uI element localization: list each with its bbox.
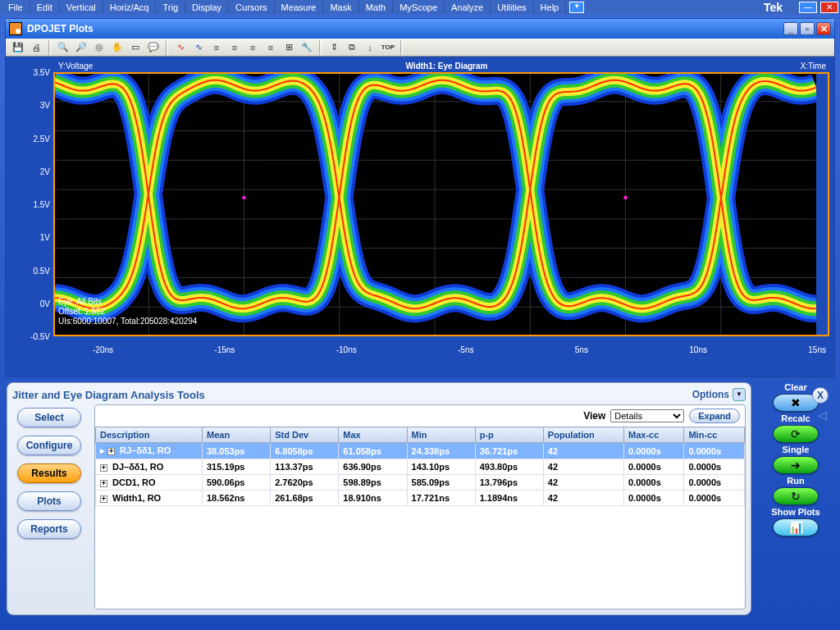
plot-toolbar[interactable]: 💾 🖨 🔍 🔎 ◎ ✋ ▭ 💬 ∿ ∿ ≡ ≡ ≡ ≡ ⊞ 🔧 ⇕ ⧉ ↓ TO… — [6, 39, 834, 57]
plot-overlay: Eye: All BitsOffset: 1.592UIs:6000:10007… — [58, 297, 197, 326]
cursor2-icon[interactable]: ⧉ — [344, 40, 360, 55]
close-button[interactable]: ✕ — [820, 2, 838, 13]
expand-button[interactable]: Expand — [689, 409, 740, 423]
menu-item-myscope[interactable]: MyScope — [393, 2, 445, 13]
wave-blue-icon[interactable]: ∿ — [190, 40, 207, 55]
plot-label: Width1: Eye Diagram — [406, 62, 488, 71]
view-label: View — [583, 410, 605, 422]
run-button[interactable]: ↻ — [773, 487, 819, 505]
table-row[interactable]: +DJ–δδ1, RO315.19ps113.37ps636.90ps143.1… — [96, 459, 745, 475]
y-axis: 3.5V3V2.5V2V1.5V1V0.5V0V-0.5V — [11, 72, 53, 353]
select-icon[interactable]: ▭ — [127, 40, 144, 55]
meas1-icon[interactable]: ≡ — [208, 40, 225, 55]
menu-item-horizacq[interactable]: Horiz/Acq — [103, 2, 157, 13]
results-table[interactable]: DescriptionMeanStd DevMaxMinp-pPopulatio… — [95, 427, 745, 506]
pan-icon[interactable]: ✋ — [109, 40, 126, 55]
menu-item-trig[interactable]: Trig — [156, 2, 185, 13]
menu-item-vertical[interactable]: Vertical — [60, 2, 103, 13]
select-button[interactable]: Select — [17, 408, 81, 427]
meas3-icon[interactable]: ≡ — [244, 40, 261, 55]
zoomout-icon[interactable]: 🔎 — [73, 40, 89, 55]
cursor1-icon[interactable]: ⇕ — [326, 40, 342, 55]
subwin-close[interactable]: ✕ — [816, 22, 831, 35]
app-icon — [9, 22, 22, 35]
panel-tri-icon[interactable]: ◁ — [818, 409, 827, 422]
plot-title: DPOJET Plots — [27, 23, 94, 34]
hist-icon[interactable]: ⊞ — [281, 40, 297, 55]
menu-item-display[interactable]: Display — [185, 2, 229, 13]
y-label: Y:Voltage — [58, 62, 93, 71]
clear-label: Clear — [784, 382, 807, 392]
single-label: Single — [782, 445, 809, 454]
subwin-minimize[interactable]: _ — [783, 22, 798, 35]
meas2-icon[interactable]: ≡ — [226, 40, 243, 55]
x-axis: -20ns-15ns-10ns-5ns5ns10ns15ns — [93, 345, 826, 354]
table-row[interactable]: +Width1, RO18.562ns261.68ps18.910ns17.72… — [96, 491, 745, 506]
menu-item-measure[interactable]: Measure — [275, 2, 324, 13]
minimize-button[interactable]: — — [799, 2, 817, 13]
recalc-label: Recalc — [781, 413, 810, 423]
results-button[interactable]: Results — [17, 463, 81, 483]
menu-item-math[interactable]: Math — [359, 2, 393, 13]
menu-item-mask[interactable]: Mask — [323, 2, 358, 13]
plot-area: Y:Voltage Width1: Eye Diagram X:Time 3.5… — [6, 57, 834, 377]
panel-close[interactable]: X — [812, 387, 829, 404]
plots-button[interactable]: Plots — [17, 491, 81, 511]
configure-button[interactable]: Configure — [17, 436, 81, 455]
eye-diagram[interactable]: Eye: All BitsOffset: 1.592UIs:6000:10007… — [53, 72, 829, 353]
menu-item-utilities[interactable]: Utilities — [491, 2, 533, 13]
menu-item-edit[interactable]: Edit — [30, 2, 60, 13]
options-label[interactable]: Options — [692, 389, 729, 400]
results-table-wrap: View Details Expand DescriptionMeanStd D… — [94, 404, 746, 609]
save-icon[interactable]: 💾 — [10, 40, 26, 55]
wrench-icon[interactable]: 🔧 — [299, 40, 315, 55]
view-select[interactable]: Details — [610, 409, 684, 422]
wave-red-icon[interactable]: ∿ — [172, 40, 189, 55]
analysis-panel: Jitter and Eye Diagram Analysis Tools Op… — [7, 382, 833, 615]
brand: Tek — [764, 1, 783, 14]
menu-dropdown-icon[interactable]: ▼ — [569, 2, 584, 13]
menubar[interactable]: FileEditVerticalHoriz/AcqTrigDisplayCurs… — [0, 0, 840, 15]
left-buttons: SelectConfigureResultsPlotsReports — [12, 404, 86, 609]
menu-item-analyze[interactable]: Analyze — [445, 2, 491, 13]
subwin-maximize[interactable]: ▫ — [800, 22, 815, 35]
zoomin-icon[interactable]: 🔍 — [55, 40, 71, 55]
showplots-button[interactable]: 📊 — [773, 518, 819, 536]
run-label: Run — [787, 476, 804, 486]
reports-button[interactable]: Reports — [17, 519, 81, 539]
single-button[interactable]: ➔ — [773, 456, 819, 474]
panel-title: Jitter and Eye Diagram Analysis Tools — [12, 389, 692, 401]
meas4-icon[interactable]: ≡ — [262, 40, 279, 55]
zoomreset-icon[interactable]: ◎ — [91, 40, 107, 55]
plot-titlebar[interactable]: DPOJET Plots _ ▫ ✕ — [6, 19, 834, 39]
plot-window: DPOJET Plots _ ▫ ✕ 💾 🖨 🔍 🔎 ◎ ✋ ▭ 💬 ∿ ∿ ≡… — [5, 18, 835, 377]
x-label: X:Time — [801, 62, 826, 71]
analysis-main: Jitter and Eye Diagram Analysis Tools Op… — [7, 382, 751, 615]
table-row[interactable]: ▸ +RJ–δδ1, RO38.053ps6.8058ps61.058ps24.… — [96, 443, 745, 459]
table-row[interactable]: +DCD1, RO590.06ps2.7620ps598.89ps585.09p… — [96, 475, 745, 491]
cursor3-icon[interactable]: ↓ — [362, 40, 378, 55]
menu-item-file[interactable]: File — [2, 2, 30, 13]
showplots-label: Show Plots — [771, 507, 819, 517]
print-icon[interactable]: 🖨 — [28, 40, 44, 55]
menu-item-help[interactable]: Help — [534, 2, 567, 13]
menu-item-cursors[interactable]: Cursors — [229, 2, 275, 13]
top-icon[interactable]: TOP — [380, 40, 396, 55]
tip-icon[interactable]: 💬 — [145, 40, 162, 55]
recalc-button[interactable]: ⟳ — [773, 425, 819, 443]
options-dropdown-icon[interactable]: ▼ — [733, 388, 746, 401]
